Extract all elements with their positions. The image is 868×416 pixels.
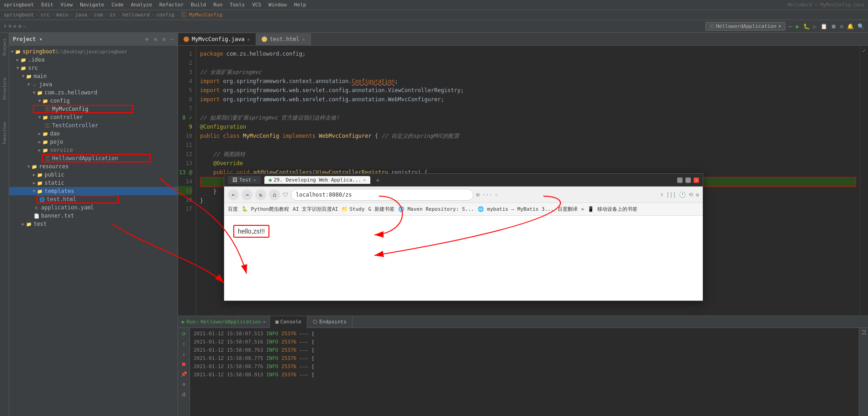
project-sidebar-label[interactable]: Project: [2, 38, 7, 56]
tab-endpoints[interactable]: ⬡ Endpoints: [307, 316, 352, 328]
breadcrumb-config[interactable]: config: [156, 12, 174, 18]
menu-help[interactable]: Help: [294, 2, 306, 8]
tree-public[interactable]: ▶ 📁 public: [9, 171, 178, 179]
menu-analyze[interactable]: Analyze: [131, 2, 152, 8]
menu-tools[interactable]: Tools: [230, 2, 245, 8]
bookmark-baidu[interactable]: 百度: [228, 206, 238, 213]
menu-navigate[interactable]: Navigate: [80, 2, 104, 8]
breadcrumb-springboot[interactable]: springboot: [4, 12, 34, 18]
menu-build[interactable]: Build: [191, 2, 206, 8]
pin-btn[interactable]: 📌: [180, 370, 188, 378]
bookmarks-list-icon[interactable]: |||: [666, 192, 676, 198]
minimize-button[interactable]: —: [677, 177, 683, 183]
test-tab-close[interactable]: ✕: [253, 177, 256, 182]
bookmark-fanyi[interactable]: 百度翻译: [558, 206, 578, 213]
tree-src[interactable]: ▼ 📁 src: [9, 64, 178, 72]
tree-main[interactable]: ▼ 📁 main: [9, 72, 178, 80]
stop-button[interactable]: ⏹: [831, 23, 836, 30]
toolbar-icon-3[interactable]: ⇄: [13, 23, 16, 29]
collapse-all-icon[interactable]: ≡: [154, 36, 157, 42]
tree-java[interactable]: ▼ ☕ java: [9, 80, 178, 88]
tree-root[interactable]: ▼ 📁 springboot G:\Desktop\java\springboo…: [9, 47, 178, 56]
tree-application-yaml[interactable]: ⚙ application.yaml: [9, 203, 178, 212]
bookmark-mobile[interactable]: 📱 移动设备上的书签: [588, 206, 637, 213]
bookmark-maven[interactable]: 🌐 Maven Repository: S...: [398, 206, 474, 212]
refresh-button[interactable]: ↻: [255, 189, 266, 200]
tree-com-zs-helloword[interactable]: ▼ 📁 com.zs.helloword: [9, 88, 178, 97]
close-button[interactable]: ✕: [694, 177, 699, 183]
scroll-up-btn[interactable]: ↑: [180, 340, 188, 348]
menu-window[interactable]: Window: [268, 2, 287, 8]
menu-code[interactable]: Code: [111, 2, 124, 8]
toolbar-icon-5[interactable]: —: [23, 23, 26, 29]
toolbar-icon-1[interactable]: ⬆: [4, 23, 7, 29]
close-panel-icon[interactable]: —: [171, 36, 174, 42]
tree-static[interactable]: ▶ 📁 static: [9, 179, 178, 187]
breadcrumb-com[interactable]: com: [94, 12, 103, 18]
expand-all-icon[interactable]: ⊕: [145, 36, 148, 42]
browser-tab-developing[interactable]: ● 29. Developing Web Applica... ✕: [264, 176, 371, 184]
address-bar[interactable]: localhost:8080/zs: [291, 189, 473, 201]
tree-banner-txt[interactable]: 📄 banner.txt: [9, 212, 178, 220]
tree-testcontroller[interactable]: 🇨 TestController: [9, 121, 178, 130]
run-config-selector[interactable]: 🇨 HellowordApplication ▾: [705, 22, 785, 31]
bookmark-more[interactable]: »: [581, 206, 584, 212]
stop-run-btn[interactable]: ⏹: [180, 360, 188, 368]
toolbar-icon-2[interactable]: ≡: [9, 23, 12, 29]
bookmark-python[interactable]: 🐍 Python爬虫教程: [242, 206, 289, 213]
more-icon[interactable]: ···: [482, 192, 492, 198]
favorites-sidebar-label[interactable]: Favorites: [2, 122, 7, 144]
tree-dao[interactable]: ▶ 📁 dao: [9, 130, 178, 138]
tree-test-html[interactable]: 🌐 test.html: [9, 195, 178, 203]
print-btn[interactable]: 🖨: [180, 390, 188, 398]
tree-mymvcconfig[interactable]: 🇨 MyMvcConfig: [9, 105, 178, 113]
tree-pojo[interactable]: ▶ 📁 pojo: [9, 138, 178, 146]
tree-templates[interactable]: ▼ 📁 templates: [9, 187, 178, 195]
breadcrumb-zs[interactable]: zs: [110, 12, 116, 18]
bookmark-new[interactable]: G 新建书签: [368, 206, 395, 213]
tab-console[interactable]: ▦ Console: [270, 316, 307, 328]
menu-view[interactable]: View: [61, 2, 73, 8]
toolbar-icon-4[interactable]: ⚙: [18, 23, 21, 29]
bookmark-icon[interactable]: ☆: [495, 192, 498, 198]
settings-icon[interactable]: ⚙: [162, 36, 165, 42]
tab-mymvcconfig-close[interactable]: ✕: [247, 37, 250, 42]
home-button[interactable]: ⌂: [269, 189, 280, 200]
tree-test[interactable]: ▶ 📁 test: [9, 220, 178, 228]
breadcrumb-mymvcconfig[interactable]: 🇨 MyMvcConfig: [181, 12, 222, 18]
menu-refactor[interactable]: Refactor: [159, 2, 184, 8]
tab-mymvcconfig[interactable]: MyMvcConfig.java ✕: [178, 33, 256, 45]
breadcrumb-helloword[interactable]: helloword: [122, 12, 150, 18]
tree-resources[interactable]: ▼ 📁 resources: [9, 162, 178, 171]
menu-dots-icon[interactable]: ≡: [696, 192, 699, 198]
browser-tab-test[interactable]: 🖼 Test ✕: [228, 176, 261, 184]
menu-springboot[interactable]: springboot: [4, 2, 34, 8]
maximize-button[interactable]: □: [685, 177, 691, 183]
tab-testhtml-close[interactable]: ✕: [302, 37, 305, 42]
restart-run-btn[interactable]: ⟳: [180, 330, 188, 338]
breadcrumb-main[interactable]: main: [56, 12, 68, 18]
history-icon[interactable]: 🕐: [679, 192, 686, 198]
download-icon[interactable]: ⬇: [660, 192, 663, 198]
toolbar-notifications-icon[interactable]: 🔔: [847, 23, 854, 30]
menu-run[interactable]: Run: [213, 2, 222, 8]
scroll-down-btn[interactable]: ↓: [180, 350, 188, 358]
settings-run-btn[interactable]: ⚙: [180, 380, 188, 388]
tree-config[interactable]: ▼ 📁 config: [9, 97, 178, 105]
forward-button[interactable]: →: [242, 189, 253, 200]
extensions-icon[interactable]: ⊞: [476, 192, 479, 198]
toolbar-settings-icon[interactable]: ⚙: [840, 23, 843, 30]
menu-edit[interactable]: Edit: [41, 2, 53, 8]
bookmark-study[interactable]: 📁 Study: [342, 206, 364, 212]
debug-button[interactable]: 🐛: [803, 23, 810, 30]
tree-controller[interactable]: ▼ 📁 controller: [9, 113, 178, 121]
run-close-icon[interactable]: ✕: [263, 319, 266, 325]
tree-idea[interactable]: ▶ 📁 .idea: [9, 56, 178, 64]
run-coverage-button[interactable]: ▷: [814, 23, 817, 30]
structure-sidebar-label[interactable]: Structure: [2, 78, 7, 100]
back-button[interactable]: ←: [228, 189, 239, 200]
bookmark-mybatis[interactable]: 🌐 mybatis – MyBatis 3...: [478, 206, 553, 212]
tree-helloword-application[interactable]: 🇨 HellowordApplication: [9, 154, 178, 162]
bookmark-ai[interactable]: AI 文字识别百度AI: [293, 206, 338, 213]
breadcrumb-java[interactable]: java: [75, 12, 87, 18]
